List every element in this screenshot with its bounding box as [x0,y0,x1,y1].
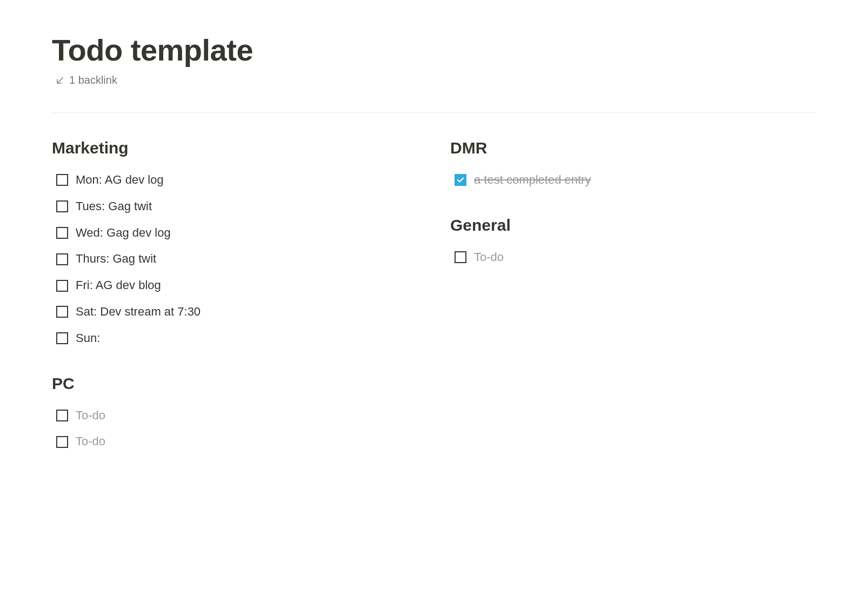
todo-label[interactable]: Tues: Gag twit [76,198,152,215]
todo-item: Wed: Gag dev log [52,220,418,246]
todo-label[interactable]: To-do [76,407,105,424]
todo-item: Fri: AG dev blog [52,272,418,299]
checkbox[interactable] [56,174,68,186]
todo-label[interactable]: Mon: AG dev log [76,172,164,189]
checkbox[interactable] [56,253,68,265]
todo-label[interactable]: Sat: Dev stream at 7:30 [76,304,201,320]
checkbox[interactable] [56,332,68,344]
todo-item: Mon: AG dev log [52,167,418,193]
section-heading-general[interactable]: General [450,216,816,234]
page-title[interactable]: Todo template [52,32,816,68]
columns-container: Marketing Mon: AG dev log Tues: Gag twit… [52,139,816,455]
todo-label[interactable]: To-do [76,433,105,450]
section-heading-pc[interactable]: PC [52,374,418,393]
right-column: DMR a test completed entry General To-do [450,139,816,455]
checkbox[interactable] [56,410,68,421]
todo-label[interactable]: To-do [474,249,504,266]
todo-item: To-do [52,403,418,429]
checkbox[interactable] [56,280,68,292]
todo-item: Tues: Gag twit [52,193,418,220]
todo-label[interactable]: Sun: [76,330,100,347]
backlink-row[interactable]: 1 backlink [52,74,816,86]
backlink-text: 1 backlink [69,74,117,86]
todo-item: To-do [450,244,816,271]
checkbox[interactable] [56,436,68,448]
todo-label[interactable]: Thurs: Gag twit [76,251,156,267]
todo-label[interactable]: Wed: Gag dev log [76,225,171,242]
checkbox[interactable] [56,200,68,212]
todo-item: a test completed entry [450,167,816,193]
section-heading-marketing[interactable]: Marketing [52,139,418,157]
checkbox[interactable] [56,306,68,318]
section-heading-dmr[interactable]: DMR [450,139,816,157]
todo-label[interactable]: a test completed entry [474,172,591,189]
todo-item: Sun: [52,325,418,352]
checkbox[interactable] [455,174,466,186]
todo-item: To-do [52,428,418,455]
divider [52,112,816,113]
left-column: Marketing Mon: AG dev log Tues: Gag twit… [52,139,418,455]
checkbox[interactable] [455,251,466,263]
todo-label[interactable]: Fri: AG dev blog [76,277,161,294]
todo-item: Sat: Dev stream at 7:30 [52,299,418,325]
backlink-arrow-icon [55,76,65,85]
checkbox[interactable] [56,227,68,239]
todo-item: Thurs: Gag twit [52,246,418,272]
